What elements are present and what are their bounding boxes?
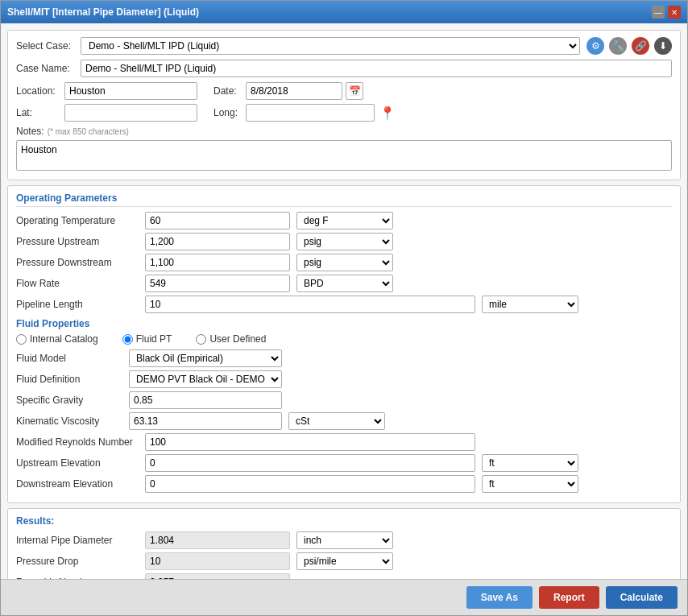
fluid-definition-row: Fluid Definition DEMO PVT Black Oil - DE… (16, 370, 672, 388)
fluid-properties-section: Fluid Properties Internal Catalog Fluid … (16, 318, 672, 430)
radio-user-defined-input[interactable] (196, 334, 206, 345)
pressure-upstream-unit-select[interactable]: psig (296, 233, 393, 250)
kinematic-viscosity-input[interactable] (129, 412, 282, 430)
radio-fluid-pt-input[interactable] (122, 334, 133, 345)
reynolds-number-input (145, 573, 290, 579)
calendar-icon[interactable]: 📅 (346, 82, 363, 100)
temperature-input[interactable] (145, 212, 290, 229)
pressure-downstream-unit-select[interactable]: psig (296, 254, 393, 271)
fluid-properties-title: Fluid Properties (16, 318, 672, 329)
fluid-model-row: Fluid Model Black Oil (Empirical) (16, 349, 672, 367)
long-input[interactable] (246, 104, 375, 122)
pressure-drop-input (145, 552, 290, 570)
settings-icon[interactable]: ⚙ (586, 37, 604, 55)
temperature-label: Operating Temperature (16, 215, 145, 226)
date-label: Date: (213, 85, 246, 97)
upstream-elevation-row: Upstream Elevation ft (16, 454, 672, 472)
operating-parameters-title: Operating Parameters (16, 192, 672, 207)
download-icon[interactable]: ⬇ (654, 37, 672, 55)
fluid-radio-row: Internal Catalog Fluid PT User Defined (16, 333, 672, 345)
calculate-button[interactable]: Calculate (606, 586, 678, 609)
fluid-model-select[interactable]: Black Oil (Empirical) (129, 349, 282, 367)
downstream-elevation-input[interactable] (145, 475, 475, 493)
pressure-upstream-input[interactable] (145, 233, 290, 250)
main-window: Shell/MIT [Internal Pipe Diameter] (Liqu… (0, 0, 688, 616)
long-label: Long: (213, 107, 246, 118)
kinematic-viscosity-unit-select[interactable]: cSt (288, 412, 385, 430)
titlebar-controls: — ✕ (652, 6, 681, 19)
share-icon[interactable]: 🔗 (632, 37, 649, 55)
location-label: Location: (16, 85, 64, 97)
date-section: Date: 📅 (213, 82, 363, 100)
upstream-elevation-input[interactable] (145, 454, 475, 472)
radio-internal-catalog[interactable]: Internal Catalog (16, 333, 98, 345)
fluid-model-label: Fluid Model (16, 353, 129, 364)
upstream-elevation-unit-select[interactable]: ft (482, 454, 578, 472)
reynolds-number-row: Reynolds Number (16, 573, 672, 579)
location-input[interactable] (64, 82, 197, 100)
modified-reynolds-row: Modified Reynolds Number (16, 433, 672, 451)
select-case-row: Select Case: Demo - Shell/MLT IPD (Liqui… (16, 37, 672, 55)
pipeline-length-unit-select[interactable]: mile (482, 296, 578, 313)
pressure-downstream-row: Pressure Downstream psig (16, 254, 672, 271)
fluid-definition-label: Fluid Definition (16, 374, 129, 385)
pipeline-length-label: Pipeline Length (16, 299, 145, 310)
pressure-upstream-label: Pressure Upstream (16, 236, 145, 247)
pipeline-length-input[interactable] (145, 296, 475, 313)
fluid-definition-select[interactable]: DEMO PVT Black Oil - DEMO (129, 370, 282, 388)
report-button[interactable]: Report (539, 586, 599, 609)
pressure-downstream-label: Pressure Downstream (16, 257, 145, 268)
temperature-unit-select[interactable]: deg F (296, 212, 393, 229)
tools-icon[interactable]: 🔧 (609, 37, 627, 55)
window-title: Shell/MIT [Internal Pipe Diameter] (Liqu… (7, 6, 199, 18)
footer-bar: Save As Report Calculate (1, 579, 687, 615)
flow-rate-unit-select[interactable]: BPD (296, 275, 393, 292)
titlebar: Shell/MIT [Internal Pipe Diameter] (Liqu… (1, 1, 687, 23)
close-button[interactable]: ✕ (668, 6, 681, 19)
internal-pipe-diameter-input (145, 531, 290, 549)
case-name-label: Case Name: (16, 63, 81, 74)
kinematic-viscosity-label: Kinematic Viscosity (16, 415, 129, 427)
notes-textarea[interactable] (16, 140, 672, 171)
modified-reynolds-input[interactable] (145, 433, 475, 451)
internal-pipe-diameter-unit-select[interactable]: inch (296, 531, 393, 549)
content-area: Select Case: Demo - Shell/MLT IPD (Liqui… (1, 23, 687, 579)
location-date-row: Location: Date: 📅 (16, 82, 672, 100)
pressure-downstream-input[interactable] (145, 254, 290, 271)
pin-icon: 📍 (379, 106, 396, 120)
downstream-elevation-unit-select[interactable]: ft (482, 475, 578, 493)
minimize-button[interactable]: — (652, 6, 665, 19)
operating-parameters-card: Operating Parameters Operating Temperatu… (7, 185, 681, 503)
flow-rate-row: Flow Rate BPD (16, 275, 672, 292)
downstream-elevation-row: Downstream Elevation ft (16, 475, 672, 493)
case-name-row: Case Name: (16, 60, 672, 77)
long-section: Long: 📍 (213, 104, 396, 122)
save-as-button[interactable]: Save As (466, 586, 533, 609)
temperature-row: Operating Temperature deg F (16, 212, 672, 229)
modified-reynolds-label: Modified Reynolds Number (16, 436, 145, 448)
lat-input[interactable] (64, 104, 197, 122)
notes-sublabel: (* max 850 characters) (48, 127, 129, 136)
specific-gravity-input[interactable] (129, 391, 282, 409)
radio-internal-input[interactable] (16, 334, 27, 345)
pressure-upstream-row: Pressure Upstream psig (16, 233, 672, 250)
flow-rate-label: Flow Rate (16, 278, 145, 289)
flow-rate-input[interactable] (145, 275, 290, 292)
pipeline-length-row: Pipeline Length mile (16, 296, 672, 313)
radio-fluid-pt[interactable]: Fluid PT (122, 333, 172, 345)
pressure-drop-label: Pressure Drop (16, 556, 145, 567)
specific-gravity-row: Specific Gravity (16, 391, 672, 409)
results-title: Results: (16, 515, 672, 527)
notes-label: Notes: (16, 126, 44, 137)
upstream-elevation-label: Upstream Elevation (16, 457, 145, 469)
specific-gravity-label: Specific Gravity (16, 395, 129, 406)
radio-user-defined[interactable]: User Defined (196, 333, 266, 345)
select-case-dropdown[interactable]: Demo - Shell/MLT IPD (Liquid) (81, 37, 580, 55)
case-icon-bar: ⚙ 🔧 🔗 ⬇ (586, 37, 672, 55)
date-input[interactable] (246, 82, 342, 100)
results-card: Results: Internal Pipe Diameter inch Pre… (7, 508, 681, 579)
case-name-input[interactable] (81, 60, 672, 77)
lat-long-row: Lat: Long: 📍 (16, 104, 672, 122)
select-case-label: Select Case: (16, 40, 81, 52)
pressure-drop-unit-select[interactable]: psi/mile (296, 552, 393, 570)
